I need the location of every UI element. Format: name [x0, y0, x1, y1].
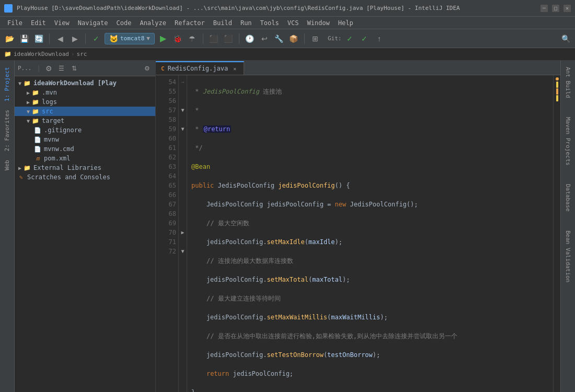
run-config-label: tomcat8 — [120, 35, 144, 42]
tree-item-mvn[interactable]: ▶ 📁 .mvn — [15, 88, 155, 97]
title-bar: PlayHouse [D:\saveDownloadPath\ideaWorkD… — [0, 0, 575, 17]
code-line-61: // 最大空闲数 — [191, 218, 549, 228]
sidebar-toolbar: P... | ⚙ ☰ ⇅ ⚙ — [15, 61, 155, 76]
tab-redisconfig[interactable]: C RedisConfig.java ✕ — [156, 61, 244, 75]
menu-tools[interactable]: Tools — [256, 18, 283, 28]
app-icon — [4, 4, 13, 13]
code-line-54: * JedisPoolConfig 连接池 — [191, 87, 549, 96]
right-panel-tab-ant[interactable]: Ant Build — [562, 63, 573, 102]
right-gutter — [553, 75, 560, 392]
tree-item-logs[interactable]: ▶ 📁 logs — [15, 97, 155, 107]
code-line-70: } — [191, 388, 549, 392]
breadcrumb-ideawork[interactable]: ideaWorkDownload — [14, 51, 69, 57]
close-button[interactable]: ✕ — [564, 5, 571, 12]
maximize-button[interactable]: □ — [552, 5, 559, 12]
tree-item-ideawork[interactable]: ▼ 📁 ideaWorkDownload [Play — [15, 78, 155, 88]
gutter-bar-3 — [556, 95, 558, 101]
extra-button[interactable]: ⊞ — [309, 32, 321, 45]
menu-run[interactable]: Run — [236, 18, 256, 28]
code-line-59: public JedisPoolConfig jedisPoolConfig()… — [191, 181, 549, 190]
code-line-69: return jedisPoolConfig; — [191, 369, 549, 378]
tree-item-gitignore[interactable]: 📄 .gitignore — [15, 125, 155, 135]
stop-button[interactable]: ⬛ — [208, 32, 220, 45]
right-panel-tab-db[interactable]: Database — [562, 180, 573, 216]
search-everywhere-button[interactable]: 🔍 — [559, 32, 572, 45]
menu-build[interactable]: Build — [209, 18, 236, 28]
save-button[interactable]: 💾 — [18, 32, 30, 45]
minimize-button[interactable]: ─ — [540, 5, 548, 12]
tree-label-extlibs: External Libraries — [33, 164, 101, 171]
history-button[interactable]: 🕐 — [244, 32, 256, 45]
window-title: PlayHouse [D:\saveDownloadPath\ideaWorkD… — [17, 5, 540, 11]
right-panel-tab-maven[interactable]: Maven Projects — [562, 113, 573, 170]
tab-java-icon: C — [161, 65, 165, 72]
tree-item-mvnw[interactable]: 📄 mvnw — [15, 135, 155, 144]
debug-button[interactable]: 🐞 — [171, 32, 184, 45]
sidebar-tool-settings[interactable]: ⚙ — [44, 63, 54, 74]
undo-button[interactable]: ✓ — [90, 32, 102, 45]
tree-item-target[interactable]: ▼ 📁 target — [15, 116, 155, 125]
menu-help[interactable]: Help — [334, 18, 358, 28]
tree-item-src[interactable]: ▼ 📁 src — [15, 107, 155, 116]
git-check-button[interactable]: ✓ — [343, 32, 356, 45]
code-content[interactable]: * JedisPoolConfig 连接池 * * @return */ @Be… — [187, 75, 553, 392]
tree-arrow-mvn: ▶ — [25, 89, 31, 96]
step-button[interactable]: ⬛ — [222, 32, 235, 45]
right-panel-tabs: Ant Build Maven Projects Database Bean V… — [560, 61, 575, 392]
rollback-button[interactable]: ↩ — [258, 32, 271, 45]
run-button[interactable]: ▶ — [157, 32, 169, 45]
project-structure-button[interactable]: 📦 — [288, 32, 300, 45]
menu-view[interactable]: View — [50, 18, 74, 28]
back-button[interactable]: ◀ — [54, 32, 66, 45]
menu-window[interactable]: Window — [303, 18, 334, 28]
folder-icon-extlibs: 📁 — [23, 164, 31, 172]
tree-item-ext-libs[interactable]: ▶ 📁 External Libraries — [15, 163, 155, 172]
sidebar-tool-collapse[interactable]: ☰ — [56, 63, 67, 74]
code-line-55: * — [191, 106, 549, 115]
tree-item-scratches[interactable]: ✎ Scratches and Consoles — [15, 172, 155, 182]
panel-tab-project[interactable]: 1: Project — [2, 63, 13, 106]
breadcrumb-folder-icon: 📁 — [4, 51, 12, 57]
panel-tab-favorites[interactable]: 2: Favorites — [2, 106, 13, 155]
breadcrumb-src[interactable]: src — [77, 51, 87, 57]
menu-analyze[interactable]: Analyze — [135, 18, 170, 28]
panel-tab-web[interactable]: Web — [2, 156, 13, 175]
sidebar: P... | ⚙ ☰ ⇅ ⚙ ▼ 📁 ideaWorkDownload [Pla… — [15, 61, 156, 392]
tree-label-gitignore: .gitignore — [44, 126, 82, 134]
settings-button[interactable]: 🔧 — [273, 32, 285, 45]
menu-refactor[interactable]: Refactor — [170, 18, 209, 28]
breadcrumb-sep: › — [71, 51, 75, 57]
tree-label-mvnw: mvnw — [44, 136, 59, 143]
tree-arrow-target: ▼ — [25, 118, 31, 124]
open-button[interactable]: 📂 — [3, 32, 16, 45]
coverage-button[interactable]: ☂ — [186, 32, 199, 45]
menu-code[interactable]: Code — [112, 18, 136, 28]
menu-vcs[interactable]: VCS — [283, 18, 303, 28]
right-panel-tab-bean[interactable]: Bean Validation — [562, 226, 573, 286]
sync-button[interactable]: 🔄 — [32, 32, 45, 45]
editor-area: C RedisConfig.java ✕ 54 55 56 57 58 59 6… — [156, 61, 560, 392]
window-controls: ─ □ ✕ — [540, 5, 571, 12]
git-ok-button[interactable]: ✓ — [358, 32, 371, 45]
git-push-button[interactable]: ↑ — [373, 32, 385, 45]
sidebar-tool-gear[interactable]: ⚙ — [142, 63, 152, 74]
tree-item-mvnwcmd[interactable]: 📄 mvnw.cmd — [15, 144, 155, 154]
toolbar-separator-2 — [85, 33, 86, 44]
file-tree: ▼ 📁 ideaWorkDownload [Play ▶ 📁 .mvn ▶ 📁 … — [15, 76, 155, 392]
sidebar-tool-expand[interactable]: ⇅ — [69, 63, 79, 74]
file-icon-mvnwcmd: 📄 — [33, 145, 42, 153]
code-line-66: jedisPoolConfig.setMaxWaitMillis(maxWait… — [191, 313, 549, 322]
toolbar: 📂 💾 🔄 ◀ ▶ ✓ 🐱 tomcat8 ▼ ▶ 🐞 ☂ ⬛ ⬛ 🕐 ↩ 🔧 … — [0, 29, 575, 48]
code-line-58: @Bean — [191, 162, 549, 171]
tab-close-redisconfig[interactable]: ✕ — [231, 65, 238, 72]
forward-button[interactable]: ▶ — [68, 32, 81, 45]
file-icon-mvnw: 📄 — [33, 135, 42, 144]
run-config-selector[interactable]: 🐱 tomcat8 ▼ — [105, 33, 155, 44]
code-line-56: * @return — [191, 124, 549, 134]
menu-file[interactable]: File — [3, 18, 27, 28]
code-line-62: jedisPoolConfig.setMaxIdle(maxIdle); — [191, 237, 549, 247]
editor-tabs: C RedisConfig.java ✕ — [156, 61, 560, 75]
menu-navigate[interactable]: Navigate — [74, 18, 112, 28]
tree-item-pom[interactable]: m pom.xml — [15, 154, 155, 163]
menu-edit[interactable]: Edit — [27, 18, 50, 28]
